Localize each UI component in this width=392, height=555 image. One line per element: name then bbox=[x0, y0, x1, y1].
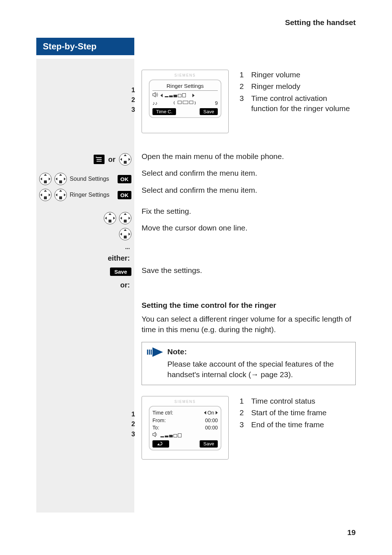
either-label: either: bbox=[36, 254, 134, 262]
legend-2: 1Time control status 2Start of the time … bbox=[240, 396, 327, 431]
lcd-value: 00:00 bbox=[205, 417, 218, 424]
step-select-1: Select and confirm the menu item. bbox=[142, 168, 356, 178]
page-number: 19 bbox=[347, 528, 356, 537]
content: 1 2 3 SIEMENS Ringer Settings bbox=[134, 59, 356, 513]
nav-icon bbox=[119, 212, 131, 224]
step-fix: Fix the setting. bbox=[142, 206, 356, 216]
speaker-icon bbox=[152, 92, 158, 99]
or-label: or bbox=[108, 155, 115, 164]
melody-value: 9 bbox=[215, 100, 218, 107]
nav-icon bbox=[104, 212, 116, 224]
ellipsis: ... bbox=[36, 244, 134, 250]
speaker-icon bbox=[152, 432, 158, 439]
softkey-left: Time C. bbox=[152, 108, 176, 115]
callout-numbers-2: 1 2 3 bbox=[131, 410, 135, 440]
svg-rect-6 bbox=[149, 350, 150, 355]
step-save: Save the settings. bbox=[142, 265, 356, 276]
legend-1: 1Ringer volume 2Ringer melody 3Time cont… bbox=[240, 70, 356, 115]
callout-numbers: 1 2 3 bbox=[131, 86, 135, 115]
lcd-label: To: bbox=[152, 424, 159, 431]
menu-item-ringer: Ringer Settings bbox=[70, 192, 109, 198]
lcd-value: On bbox=[207, 410, 214, 416]
nav-icon bbox=[54, 173, 67, 185]
phone-brand: SIEMENS bbox=[174, 399, 196, 404]
nav-icon bbox=[39, 173, 52, 185]
menu-item-sound: Sound Settings bbox=[70, 176, 109, 182]
sidebar: or Sound Settings OK Ringer Settings OK … bbox=[36, 59, 134, 513]
softkey-right: Save bbox=[200, 440, 218, 448]
nav-icon bbox=[119, 228, 131, 240]
step-open-menu: Open the main menu of the mobile phone. bbox=[142, 151, 356, 162]
svg-rect-2 bbox=[183, 101, 188, 104]
svg-rect-5 bbox=[147, 350, 148, 355]
step-by-step-title: Step-by-Step bbox=[36, 38, 134, 55]
ok-button: OK bbox=[118, 175, 132, 183]
save-button: Save bbox=[110, 268, 131, 276]
lcd-label: Time ctrl: bbox=[152, 409, 173, 416]
time-control-heading: Setting the time control for the ringer bbox=[142, 300, 356, 310]
step-move: Move the cursor down one line. bbox=[142, 223, 356, 233]
or-label-2: or: bbox=[36, 281, 134, 289]
svg-rect-3 bbox=[189, 101, 193, 104]
svg-text:⦆: ⦆ bbox=[195, 100, 196, 105]
section-header: Setting the handset bbox=[36, 18, 356, 27]
menu-icon bbox=[94, 155, 105, 164]
phone-brand: SIEMENS bbox=[174, 73, 196, 78]
nav-icon bbox=[39, 189, 52, 201]
nav-icon bbox=[54, 189, 67, 201]
ok-button: OK bbox=[118, 191, 132, 199]
lcd-label: From: bbox=[152, 417, 166, 424]
svg-text:⦅: ⦅ bbox=[173, 100, 175, 105]
softkey-back-icon bbox=[152, 440, 169, 448]
note-body: Please take account of the special featu… bbox=[167, 359, 350, 380]
svg-rect-7 bbox=[151, 350, 152, 355]
softkey-right: Save bbox=[200, 108, 218, 115]
lcd-title: Ringer Settings bbox=[152, 82, 218, 91]
phone-screen-1: SIEMENS Ringer Settings ♪♪ bbox=[142, 70, 229, 133]
time-control-para: You can select a different ringer volume… bbox=[142, 314, 356, 335]
phone-screen-2: SIEMENS Time ctrl: On From: 00:00 To: bbox=[142, 396, 229, 460]
note-title: Note: bbox=[167, 347, 350, 357]
note-box: Note: Please take account of the special… bbox=[142, 342, 356, 385]
step-select-2: Select and confirm the menu item. bbox=[142, 185, 356, 195]
nav-icon bbox=[119, 153, 131, 166]
svg-rect-1 bbox=[178, 101, 181, 104]
note-arrow-icon bbox=[147, 347, 163, 357]
melody-icon: ♪♪ bbox=[152, 100, 158, 107]
lcd-value: 00:00 bbox=[205, 424, 218, 431]
